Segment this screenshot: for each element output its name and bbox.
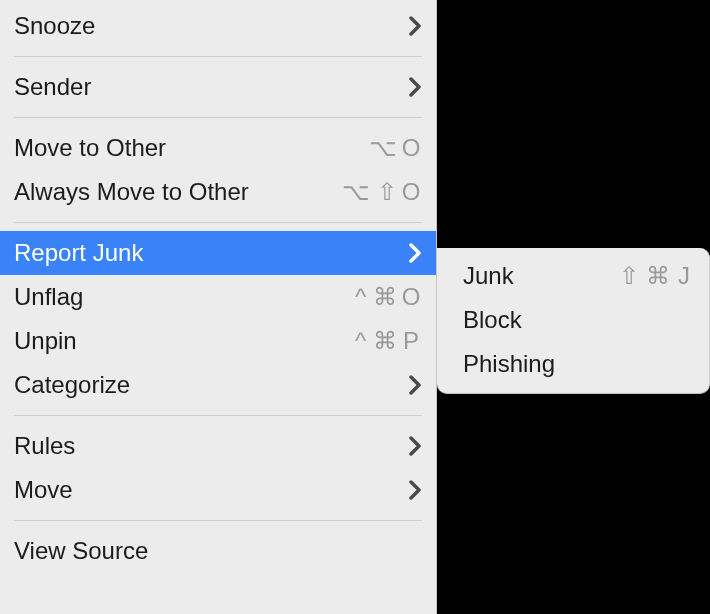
menu-separator bbox=[14, 520, 422, 521]
shortcut-key: O bbox=[400, 126, 422, 170]
chevron-right-icon bbox=[408, 375, 422, 395]
menu-item-label: Report Junk bbox=[14, 231, 143, 275]
menu-item-label: Snooze bbox=[14, 4, 95, 48]
menu-item-unflag[interactable]: Unflag ^ ⌘ O bbox=[0, 275, 436, 319]
report-junk-submenu: Junk ⇧ ⌘ J Block Phishing bbox=[437, 248, 710, 394]
menu-item-label: Sender bbox=[14, 65, 91, 109]
menu-separator bbox=[14, 56, 422, 57]
menu-item-label: Rules bbox=[14, 424, 75, 468]
menu-item-label: Unflag bbox=[14, 275, 83, 319]
menu-item-always-move-to-other[interactable]: Always Move to Other ⌥ ⇧ O bbox=[0, 170, 436, 214]
chevron-right-icon bbox=[408, 480, 422, 500]
shortcut-modifiers: ⇧ ⌘ bbox=[619, 254, 670, 298]
menu-item-label: Phishing bbox=[463, 342, 555, 386]
menu-item-sender[interactable]: Sender bbox=[0, 65, 436, 109]
shortcut-modifiers: ^ ⌘ bbox=[355, 275, 397, 319]
menu-item-unpin[interactable]: Unpin ^ ⌘ P bbox=[0, 319, 436, 363]
menu-item-categorize[interactable]: Categorize bbox=[0, 363, 436, 407]
shortcut-modifiers: ^ ⌘ bbox=[355, 319, 397, 363]
menu-item-label: View Source bbox=[14, 529, 148, 573]
menu-item-label: Move to Other bbox=[14, 126, 166, 170]
keyboard-shortcut: ⌥ O bbox=[369, 126, 422, 170]
chevron-right-icon bbox=[408, 436, 422, 456]
chevron-right-icon bbox=[408, 16, 422, 36]
menu-item-move-to-other[interactable]: Move to Other ⌥ O bbox=[0, 126, 436, 170]
shortcut-key: O bbox=[400, 275, 422, 319]
menu-item-report-junk[interactable]: Report Junk bbox=[0, 231, 436, 275]
menu-item-label: Always Move to Other bbox=[14, 170, 249, 214]
submenu-item-block[interactable]: Block bbox=[437, 298, 709, 342]
context-menu: Snooze Sender Move to Other ⌥ O Always M… bbox=[0, 0, 437, 614]
menu-item-snooze[interactable]: Snooze bbox=[0, 4, 436, 48]
keyboard-shortcut: ^ ⌘ O bbox=[355, 275, 422, 319]
menu-item-label: Unpin bbox=[14, 319, 77, 363]
shortcut-key: P bbox=[400, 319, 422, 363]
menu-item-label: Junk bbox=[463, 254, 514, 298]
menu-separator bbox=[14, 222, 422, 223]
keyboard-shortcut: ⇧ ⌘ J bbox=[619, 254, 695, 298]
shortcut-modifiers: ⌥ ⇧ bbox=[342, 170, 397, 214]
chevron-right-icon bbox=[408, 77, 422, 97]
menu-separator bbox=[14, 117, 422, 118]
keyboard-shortcut: ⌥ ⇧ O bbox=[342, 170, 422, 214]
shortcut-key: J bbox=[673, 254, 695, 298]
submenu-item-junk[interactable]: Junk ⇧ ⌘ J bbox=[437, 254, 709, 298]
submenu-item-phishing[interactable]: Phishing bbox=[437, 342, 709, 386]
menu-item-label: Block bbox=[463, 298, 522, 342]
menu-item-rules[interactable]: Rules bbox=[0, 424, 436, 468]
keyboard-shortcut: ^ ⌘ P bbox=[355, 319, 422, 363]
shortcut-modifiers: ⌥ bbox=[369, 126, 397, 170]
menu-item-move[interactable]: Move bbox=[0, 468, 436, 512]
menu-item-label: Categorize bbox=[14, 363, 130, 407]
shortcut-key: O bbox=[400, 170, 422, 214]
menu-separator bbox=[14, 415, 422, 416]
menu-item-label: Move bbox=[14, 468, 73, 512]
menu-item-view-source[interactable]: View Source bbox=[0, 529, 436, 573]
chevron-right-icon bbox=[408, 243, 422, 263]
